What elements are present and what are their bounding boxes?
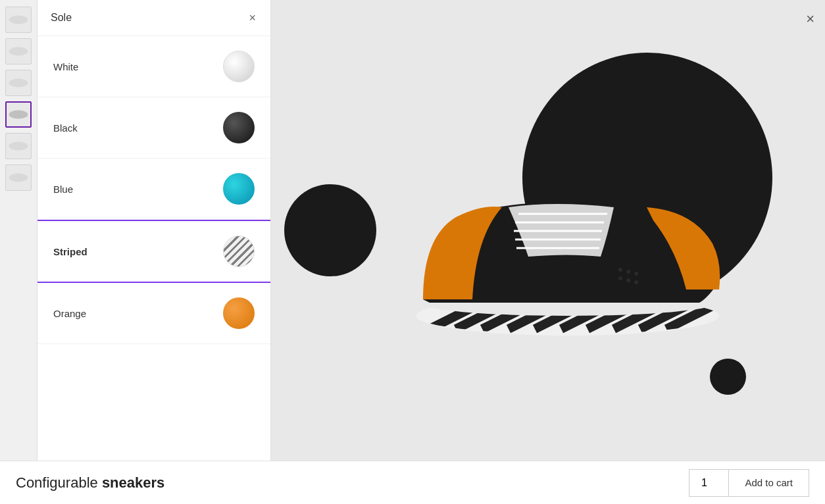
svg-point-2 bbox=[9, 79, 28, 88]
image-area: × bbox=[271, 0, 825, 461]
sole-option-white-swatch bbox=[223, 51, 255, 82]
svg-point-26 bbox=[626, 270, 630, 274]
thumbnail-item-4[interactable] bbox=[5, 101, 32, 128]
thumbnail-item-1[interactable] bbox=[5, 7, 32, 33]
svg-point-3 bbox=[9, 111, 28, 119]
sole-option-striped-swatch bbox=[223, 236, 255, 267]
svg-point-5 bbox=[9, 174, 28, 182]
thumbnail-panel bbox=[0, 0, 38, 461]
product-title-part1: Configurable bbox=[16, 474, 102, 491]
sole-option-white-label: White bbox=[53, 61, 78, 72]
sole-option-blue-label: Blue bbox=[53, 184, 73, 195]
deco-circle-small bbox=[710, 359, 746, 395]
svg-point-29 bbox=[626, 278, 630, 282]
svg-point-1 bbox=[9, 47, 28, 56]
sole-panel-close-button[interactable]: × bbox=[247, 11, 257, 25]
thumbnail-item-6[interactable] bbox=[5, 164, 32, 191]
sole-option-white[interactable]: White bbox=[38, 36, 270, 97]
svg-point-0 bbox=[9, 16, 28, 24]
sole-option-orange-label: Orange bbox=[53, 308, 86, 319]
sole-option-blue[interactable]: Blue bbox=[38, 159, 270, 220]
svg-point-25 bbox=[618, 268, 622, 272]
add-to-cart-button[interactable]: Add to cart bbox=[728, 469, 809, 497]
svg-point-28 bbox=[618, 276, 622, 280]
sole-option-black[interactable]: Black bbox=[38, 97, 270, 159]
thumbnail-item-2[interactable] bbox=[5, 38, 32, 64]
sole-panel-header: Sole × bbox=[38, 0, 270, 36]
svg-point-4 bbox=[9, 142, 28, 151]
sole-option-black-swatch bbox=[223, 112, 255, 143]
quantity-input[interactable] bbox=[689, 469, 728, 497]
sole-option-striped-label: Striped bbox=[53, 246, 88, 257]
main-content: Sole × White Black Blue Striped bbox=[0, 0, 825, 461]
sole-options-list: White Black Blue Striped Orange bbox=[38, 36, 270, 461]
svg-point-27 bbox=[634, 272, 638, 276]
sole-option-orange-swatch bbox=[223, 297, 255, 329]
product-title-part2: sneakers bbox=[102, 474, 164, 491]
product-title: Configurable sneakers bbox=[16, 474, 164, 491]
sole-option-orange[interactable]: Orange bbox=[38, 283, 270, 344]
sneaker-image bbox=[318, 105, 778, 355]
svg-point-30 bbox=[634, 280, 638, 284]
sole-panel: Sole × White Black Blue Striped bbox=[38, 0, 271, 461]
sole-panel-title: Sole bbox=[51, 12, 72, 24]
sole-option-striped[interactable]: Striped bbox=[38, 220, 270, 283]
sole-option-blue-swatch bbox=[223, 173, 255, 205]
bottom-bar: Configurable sneakers Add to cart bbox=[0, 461, 825, 504]
sole-option-black-label: Black bbox=[53, 122, 78, 134]
thumbnail-item-3[interactable] bbox=[5, 70, 32, 96]
main-close-button[interactable]: × bbox=[806, 11, 814, 28]
cart-controls: Add to cart bbox=[689, 469, 809, 497]
thumbnail-item-5[interactable] bbox=[5, 133, 32, 159]
